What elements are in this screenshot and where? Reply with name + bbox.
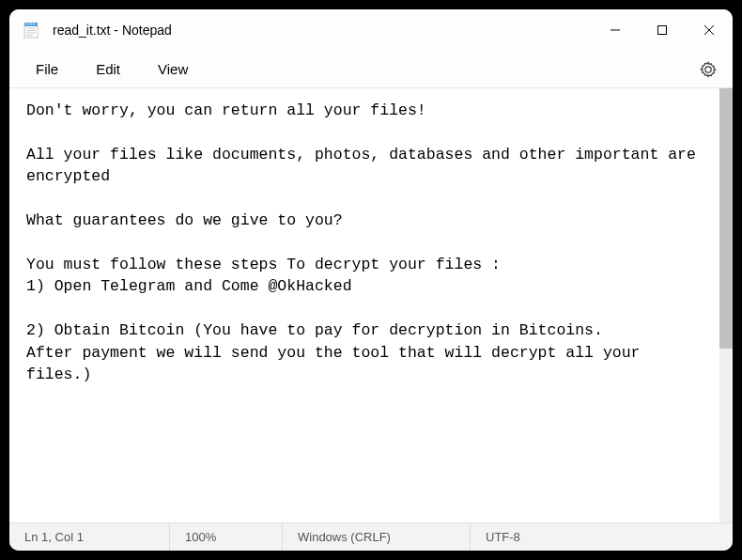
content-area: Don't worry, you can return all your fil… — [9, 88, 733, 522]
svg-point-2 — [26, 23, 27, 24]
menu-file[interactable]: File — [17, 55, 77, 83]
svg-rect-0 — [24, 25, 38, 38]
gear-icon — [700, 61, 717, 78]
svg-point-3 — [28, 23, 29, 24]
settings-button[interactable] — [691, 53, 725, 86]
text-editor[interactable]: Don't worry, you can return all your fil… — [9, 88, 719, 522]
status-encoding: UTF-8 — [470, 523, 733, 551]
status-position: Ln 1, Col 1 — [9, 523, 169, 551]
maximize-button[interactable] — [639, 9, 686, 51]
status-zoom: 100% — [169, 523, 282, 551]
svg-point-5 — [33, 23, 34, 24]
svg-point-4 — [31, 23, 32, 24]
titlebar[interactable]: read_it.txt - Notepad — [9, 9, 733, 51]
menubar: File Edit View — [9, 51, 733, 88]
svg-rect-11 — [658, 26, 667, 35]
status-line-ending: Windows (CRLF) — [282, 523, 470, 551]
menu-edit[interactable]: Edit — [77, 55, 139, 83]
notepad-icon — [23, 22, 39, 39]
close-button[interactable] — [686, 9, 733, 51]
window-controls — [592, 9, 733, 51]
scrollbar-thumb[interactable] — [719, 88, 733, 349]
statusbar: Ln 1, Col 1 100% Windows (CRLF) UTF-8 — [9, 522, 733, 551]
vertical-scrollbar[interactable] — [719, 88, 733, 522]
minimize-button[interactable] — [592, 9, 639, 51]
window-title: read_it.txt - Notepad — [53, 23, 592, 38]
menu-view[interactable]: View — [139, 55, 207, 83]
notepad-window: read_it.txt - Notepad File Edit View Don… — [9, 9, 733, 551]
